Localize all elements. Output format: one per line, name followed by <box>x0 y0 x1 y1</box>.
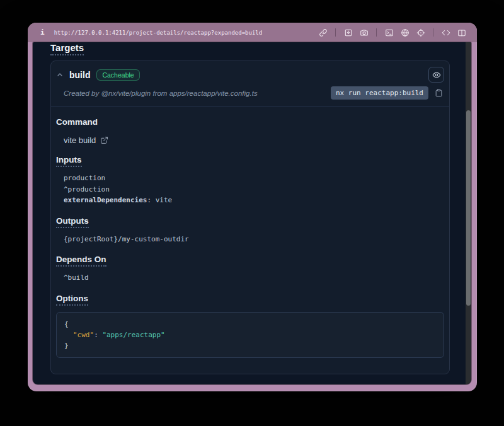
json-line: } <box>64 340 436 351</box>
json-value: "apps/reactapp" <box>102 331 164 339</box>
code-icon[interactable] <box>441 28 450 37</box>
crosshair-icon[interactable] <box>416 28 425 37</box>
browser-window: i http://127.0.0.1:4211/project-details/… <box>28 23 477 391</box>
split-panel-icon[interactable] <box>457 28 466 37</box>
command-value-link[interactable]: vite build <box>64 135 108 145</box>
scrollbar-track[interactable] <box>466 42 471 384</box>
chevron-up-icon[interactable] <box>55 70 65 80</box>
desktop-background: i http://127.0.0.1:4211/project-details/… <box>0 0 504 426</box>
options-section-heading: Options <box>56 294 444 303</box>
input-item: ^production <box>64 184 444 195</box>
view-target-graph-button[interactable] <box>428 67 444 83</box>
command-value: vite build <box>64 135 96 145</box>
run-command-chip: nx run reactapp:build <box>331 86 428 100</box>
json-key: "cwd" <box>73 331 94 339</box>
targets-section-title: Targets <box>50 42 84 53</box>
output-item: {projectRoot}/my-custom-outdir <box>64 234 444 245</box>
depends-on-item: ^build <box>64 272 444 284</box>
outputs-section-heading: Outputs <box>56 216 444 226</box>
target-name: build <box>69 70 90 80</box>
address-url[interactable]: http://127.0.0.1:4211/project-details/re… <box>54 30 263 36</box>
depends-on-section-heading: Depends On <box>56 255 444 264</box>
info-icon[interactable]: i <box>40 28 45 37</box>
json-colon: : <box>94 331 102 339</box>
toolbar-divider <box>376 28 377 37</box>
options-json-block: { "cwd": "apps/reactapp" } <box>56 312 444 358</box>
json-line: "cwd": "apps/reactapp" <box>64 330 436 340</box>
project-details-page: Targets build Cacheable <box>33 42 471 384</box>
terminal-icon[interactable] <box>384 28 394 37</box>
save-page-icon[interactable] <box>343 28 353 37</box>
scrollbar-thumb[interactable] <box>466 110 471 306</box>
copy-icon <box>435 89 443 97</box>
browser-toolbar: i http://127.0.0.1:4211/project-details/… <box>28 23 477 42</box>
toolbar-divider <box>433 28 433 37</box>
build-target-subheader: Created by @nx/vite/plugin from apps/rea… <box>51 84 449 107</box>
json-line: { <box>64 319 436 330</box>
camera-icon[interactable] <box>359 28 369 37</box>
build-target-header[interactable]: build Cacheable <box>51 61 449 84</box>
created-by-text: Created by @nx/vite/plugin from apps/rea… <box>64 89 331 97</box>
input-item: externalDependencies: vite <box>64 195 444 206</box>
toolbar-divider <box>335 28 336 37</box>
target-card-build: build Cacheable Created by @nx/vite/plug… <box>50 60 450 374</box>
inputs-list: production ^production externalDependenc… <box>64 173 444 206</box>
globe-icon[interactable] <box>400 28 410 37</box>
copy-command-button[interactable] <box>433 88 444 99</box>
page-viewport: Targets build Cacheable <box>33 42 471 384</box>
input-item: production <box>64 173 444 184</box>
command-section-heading: Command <box>56 117 444 127</box>
link-icon[interactable] <box>318 28 328 37</box>
depends-on-list: ^build <box>64 272 444 284</box>
build-target-details: Command vite build Inputs production ^pr… <box>51 117 449 374</box>
outputs-list: {projectRoot}/my-custom-outdir <box>64 234 444 245</box>
inputs-section-heading: Inputs <box>56 155 444 164</box>
cacheable-badge: Cacheable <box>96 69 139 81</box>
eye-icon <box>432 71 441 79</box>
external-link-icon <box>100 136 108 144</box>
